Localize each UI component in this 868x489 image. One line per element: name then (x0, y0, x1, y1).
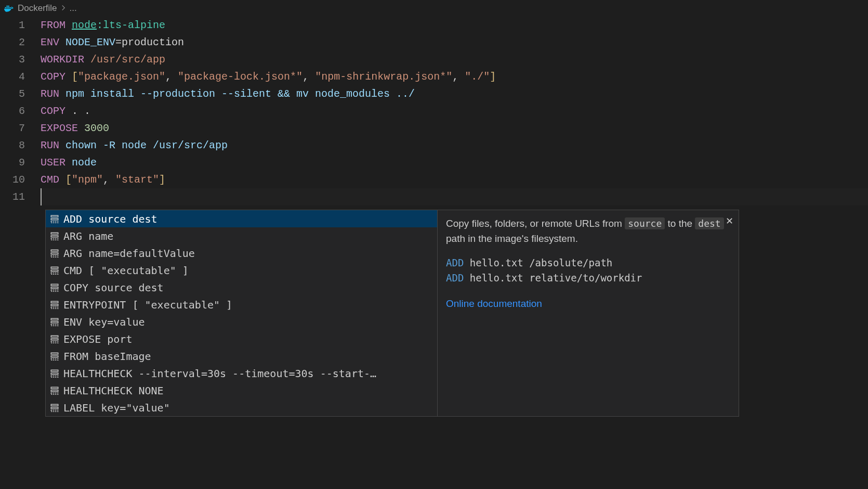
line-number: 8 (0, 137, 25, 154)
suggestion-label: LABEL key="value" (63, 402, 170, 414)
svg-rect-18 (51, 318, 58, 320)
breadcrumb-file[interactable]: Dockerfile (18, 3, 57, 14)
svg-rect-29 (51, 407, 58, 408)
suggestion-item[interactable]: ADD source dest (46, 210, 437, 227)
line-number: 6 (0, 102, 25, 120)
suggestion-item[interactable]: COPY source dest (46, 279, 437, 296)
snippet-icon (49, 266, 60, 275)
code-token: dest (695, 217, 724, 229)
suggestion-label: CMD [ "executable" ] (63, 264, 189, 277)
snippet-icon (49, 403, 60, 413)
suggestion-label: ADD source dest (63, 213, 157, 225)
suggestion-label: HEALTHCHECK NONE (63, 384, 164, 397)
intellisense-popup: ADD source destARG nameARG name=defaultV… (45, 210, 739, 417)
svg-rect-11 (51, 252, 58, 254)
line-number: 7 (0, 120, 25, 137)
line-number-gutter: 1234567891011 (0, 17, 41, 205)
docker-icon (4, 5, 14, 12)
suggestion-item[interactable]: HEALTHCHECK --interval=30s --timeout=30s… (46, 365, 437, 382)
svg-rect-19 (51, 321, 58, 323)
snippet-icon (49, 386, 60, 395)
svg-rect-13 (51, 269, 58, 271)
svg-rect-28 (51, 404, 58, 406)
suggestion-item[interactable]: EXPOSE port (46, 330, 437, 348)
suggestion-item[interactable]: ARG name=defaultValue (46, 244, 437, 262)
line-number: 9 (0, 154, 25, 171)
suggestion-item[interactable]: FROM baseImage (46, 348, 437, 365)
line-number: 3 (0, 51, 25, 68)
svg-rect-8 (51, 233, 58, 234)
code-content[interactable]: FROM node:lts-alpineENV NODE_ENV=product… (41, 17, 868, 205)
code-line[interactable]: USER node (41, 154, 868, 171)
svg-rect-23 (51, 355, 58, 357)
breadcrumb-tail[interactable]: ... (70, 3, 77, 14)
svg-rect-7 (51, 218, 58, 220)
svg-rect-1 (7, 7, 8, 8)
svg-rect-6 (51, 215, 58, 217)
code-editor[interactable]: 1234567891011 FROM node:lts-alpineENV NO… (0, 17, 868, 205)
snippet-icon (49, 249, 60, 258)
suggestion-label: ENTRYPOINT [ "executable" ] (63, 299, 232, 311)
svg-rect-24 (51, 370, 58, 371)
svg-rect-3 (7, 6, 8, 7)
code-line[interactable]: CMD ["npm", "start"] (41, 171, 868, 188)
suggestion-label: EXPOSE port (63, 333, 132, 345)
snippet-icon (49, 283, 60, 292)
svg-rect-9 (51, 235, 58, 237)
desc-text: Copy files, folders, or remote URLs from (446, 218, 625, 229)
suggestion-item[interactable]: HEALTHCHECK NONE (46, 382, 437, 399)
svg-rect-2 (8, 7, 9, 8)
code-line[interactable]: EXPOSE 3000 (41, 120, 868, 137)
code-line[interactable]: COPY . . (41, 102, 868, 120)
svg-rect-15 (51, 287, 58, 288)
code-line[interactable]: COPY ["package.json", "package-lock.json… (41, 68, 868, 85)
code-line[interactable] (41, 188, 868, 205)
suggestion-label: ENV key=value (63, 316, 145, 328)
suggestion-examples: ADD hello.txt /absolute/path ADD hello.t… (446, 255, 730, 286)
suggestion-item[interactable]: CMD [ "executable" ] (46, 262, 437, 279)
snippet-icon (49, 300, 60, 310)
suggestion-description: Copy files, folders, or remote URLs from… (446, 216, 730, 246)
suggestion-item[interactable]: LABEL key="value" (46, 399, 437, 416)
snippet-icon (49, 369, 60, 378)
breadcrumb[interactable]: Dockerfile ... (0, 0, 868, 17)
close-icon[interactable]: ✕ (726, 214, 733, 228)
code-line[interactable]: FROM node:lts-alpine (41, 17, 868, 34)
snippet-icon (49, 214, 60, 224)
snippet-icon (49, 231, 60, 241)
code-line[interactable]: WORKDIR /usr/src/app (41, 51, 868, 68)
snippet-icon (49, 334, 60, 344)
snippet-icon (49, 352, 60, 361)
suggestion-item[interactable]: ARG name (46, 227, 437, 244)
suggestion-label: FROM baseImage (63, 350, 151, 363)
suggestion-item[interactable]: ENV key=value (46, 313, 437, 330)
suggestion-label: ARG name=defaultValue (63, 247, 195, 260)
line-number: 4 (0, 68, 25, 85)
suggestion-label: COPY source dest (63, 281, 164, 294)
svg-rect-16 (51, 301, 58, 303)
svg-rect-26 (51, 387, 58, 389)
line-number: 1 (0, 17, 25, 34)
line-number: 5 (0, 85, 25, 102)
desc-text: path in the image's filesystem. (446, 233, 578, 244)
suggestion-item[interactable]: ENTRYPOINT [ "executable" ] (46, 296, 437, 313)
suggestion-list[interactable]: ADD source destARG nameARG name=defaultV… (46, 210, 437, 416)
suggestion-details: ✕ Copy files, folders, or remote URLs fr… (437, 210, 739, 416)
suggestion-label: HEALTHCHECK --interval=30s --timeout=30s… (63, 367, 376, 380)
svg-rect-12 (51, 267, 58, 268)
chevron-right-icon (60, 3, 67, 14)
svg-rect-4 (8, 6, 9, 7)
example-keyword: ADD (446, 257, 464, 268)
svg-rect-10 (51, 250, 58, 251)
desc-text: to the (665, 218, 695, 229)
svg-rect-14 (51, 284, 58, 286)
svg-rect-17 (51, 304, 58, 305)
code-token: source (625, 217, 665, 229)
code-line[interactable]: ENV NODE_ENV=production (41, 34, 868, 51)
line-number: 2 (0, 34, 25, 51)
svg-rect-20 (51, 336, 58, 337)
code-line[interactable]: RUN npm install --production --silent &&… (41, 85, 868, 102)
documentation-link[interactable]: Online documentation (446, 297, 730, 312)
code-line[interactable]: RUN chown -R node /usr/src/app (41, 137, 868, 154)
svg-rect-5 (10, 7, 11, 8)
